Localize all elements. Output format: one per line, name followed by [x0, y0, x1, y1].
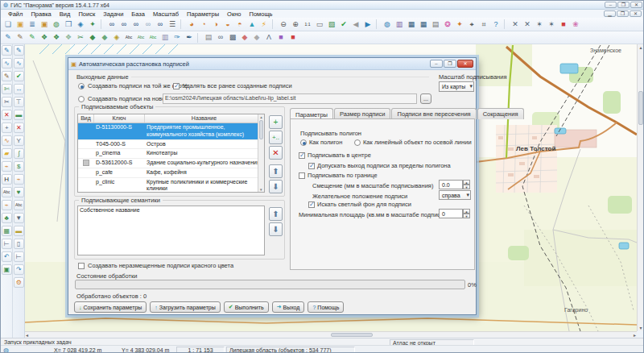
minimize-button[interactable]: – [605, 2, 617, 8]
scale-combo[interactable]: Из карты [439, 81, 474, 92]
gps-icon[interactable]: ✦ [87, 19, 98, 30]
node-delete-icon[interactable]: ✶ [546, 19, 557, 30]
redo-icon[interactable]: ↷ [14, 264, 24, 275]
add-object-button[interactable]: + [269, 115, 283, 129]
edit-tap-icon[interactable]: ⊢ [2, 239, 12, 249]
delete-small-icon[interactable]: ✕ [14, 123, 24, 133]
help-button[interactable]: ?Помощь [308, 301, 344, 313]
edit2-apply-icon[interactable]: ✔ [14, 71, 24, 81]
find-object-icon[interactable]: ∞ [118, 19, 130, 30]
align-icon[interactable]: ⊤ [14, 97, 24, 107]
education-icon[interactable]: ◈ [75, 19, 86, 30]
marker-key-icon[interactable]: ✦ [454, 19, 465, 30]
view-scale-icon[interactable]: ◔ [198, 19, 209, 30]
mdi-restore-button[interactable]: ❐ [617, 10, 629, 17]
fit-frame-icon[interactable]: ▭ [314, 19, 325, 30]
table-row[interactable]: D-51130000-SПредприятие промышленное, ко… [78, 123, 264, 140]
menu-item-7[interactable]: Параметры [183, 10, 223, 19]
maximize-button[interactable]: ❐ [617, 2, 630, 8]
edit-delete-icon[interactable]: ✕ [2, 110, 12, 120]
edit-cut-icon[interactable]: ✂ [2, 97, 12, 107]
draw-check-icon[interactable]: ✎ [27, 32, 38, 44]
edit-tree-icon[interactable]: ♣ [2, 213, 12, 223]
apply-icon[interactable]: ✔ [338, 19, 349, 30]
select-area-icon[interactable]: ▧ [326, 19, 337, 30]
edit2-spline-icon[interactable]: ∿ [14, 58, 24, 69]
measure-alt-icon[interactable]: ⌗ [478, 19, 489, 30]
view-layers-icon[interactable]: ◒ [222, 19, 233, 30]
calendar-icon[interactable]: ▤ [430, 19, 441, 30]
forward-icon[interactable]: ▶ [362, 19, 374, 30]
legend-pink-icon[interactable]: ❀ [570, 19, 581, 30]
menu-item-8[interactable]: Окно [223, 10, 245, 19]
profile-icon[interactable]: Λ [263, 32, 275, 44]
draw-spline-icon[interactable]: ✎ [14, 32, 26, 44]
view-objects-icon[interactable]: ◓ [234, 19, 246, 30]
column-key[interactable]: Ключ [94, 114, 145, 123]
diamond-gray-icon[interactable]: ◆ [251, 32, 262, 44]
hatch-grid-icon[interactable]: ▩ [227, 32, 238, 44]
tap2-icon[interactable]: ⊢ [14, 251, 24, 262]
hatch-horizontal-icon[interactable]: ▤ [203, 32, 214, 44]
sign-icon[interactable]: ✒ [184, 32, 195, 44]
tab-no-intersection[interactable]: Подписи вне пересечения [391, 108, 476, 119]
checkbox-label-border[interactable] [299, 172, 305, 179]
edit2-pencil-icon[interactable]: ✎ [14, 45, 24, 56]
menu-item-0[interactable]: Файл [4, 10, 27, 19]
checkbox-allow-overflow[interactable] [308, 163, 315, 169]
back-icon[interactable]: ◀ [350, 19, 361, 30]
text-abc-icon[interactable]: Abc [123, 32, 134, 44]
find-area-icon[interactable]: ∞ [130, 19, 142, 30]
mdi-minimize-button[interactable]: ▁ [604, 10, 616, 17]
globe-view-icon[interactable]: ◍ [382, 19, 393, 30]
node-move-icon[interactable]: ✶ [534, 19, 545, 30]
edit-h-icon[interactable]: H [2, 174, 12, 185]
new-map-icon[interactable]: ❏ [2, 19, 14, 30]
text-wave-icon[interactable]: Abc [147, 32, 159, 44]
edit-pencil-icon[interactable]: ✎ [2, 45, 12, 56]
branch-icon[interactable]: Y [14, 135, 24, 146]
map-vertical-scrollbar[interactable]: ▴ ▾ [637, 44, 644, 331]
tab-abbreviations[interactable]: Сокращения [477, 108, 524, 119]
column-name[interactable]: Название [145, 114, 264, 123]
mdi-close-button[interactable]: ✕ [630, 10, 642, 17]
undo-icon[interactable]: ↶ [2, 251, 12, 262]
hatch-glasses-icon[interactable]: ∞ [215, 32, 226, 44]
dollar-icon[interactable]: $ [14, 161, 24, 172]
table-row[interactable]: p_cafeКафе, кофейня [78, 168, 264, 178]
torch2-icon[interactable]: ⌁ [14, 174, 24, 185]
tab-label-size[interactable]: Размер подписи [334, 108, 391, 119]
move-semantic-down-button[interactable]: ⬇ [269, 222, 283, 236]
dialog-maximize-button[interactable]: ❐ [444, 60, 456, 68]
position-combo[interactable]: справа [439, 190, 471, 200]
measure-icon[interactable]: ⌖ [466, 19, 477, 30]
menu-item-5[interactable]: База [127, 10, 149, 19]
area-multi-icon[interactable]: ❖ [51, 32, 62, 44]
radio-as-polygon[interactable] [300, 139, 307, 146]
view-filter-icon[interactable]: ◑ [210, 19, 221, 30]
table-icon[interactable]: ▦ [406, 19, 417, 30]
help-mode-icon[interactable]: ? [490, 19, 502, 30]
menu-item-2[interactable]: Вид [56, 10, 75, 19]
edit-query-icon[interactable]: ✎ [2, 71, 12, 81]
move-object-up-button[interactable]: ⬆ [269, 164, 283, 178]
close-button[interactable]: ✕ [630, 2, 642, 8]
radio-same-map[interactable] [78, 83, 85, 89]
edit-node-icon[interactable]: + [2, 123, 12, 133]
table-row[interactable]: p_cinemaКинотеатры [78, 149, 264, 159]
offset-spin-down[interactable]: ▼ [463, 185, 470, 189]
save-parameters-button[interactable]: ↓Сохранить параметры [74, 301, 147, 313]
checkbox-light-background[interactable] [308, 201, 315, 208]
checkbox-delete-previous[interactable] [173, 83, 180, 89]
find-select-icon[interactable]: ∞ [155, 19, 166, 30]
dialog-title-bar[interactable]: ▣ Автоматическая расстановка подписей – … [68, 58, 476, 70]
min-area-input[interactable]: 0 [439, 209, 463, 218]
radio-new-map[interactable] [78, 96, 85, 102]
table-alt-icon[interactable]: ▦ [418, 19, 429, 30]
square-red-icon[interactable]: ■ [287, 32, 299, 44]
add-object-options-button[interactable]: +.. [269, 131, 283, 144]
scale-1-1-icon[interactable]: 1:1 [302, 19, 313, 30]
edit-brush-icon[interactable]: ✄ [2, 84, 12, 94]
palette-icon[interactable]: ❂ [442, 19, 453, 30]
menu-item-1[interactable]: Правка [27, 10, 55, 19]
